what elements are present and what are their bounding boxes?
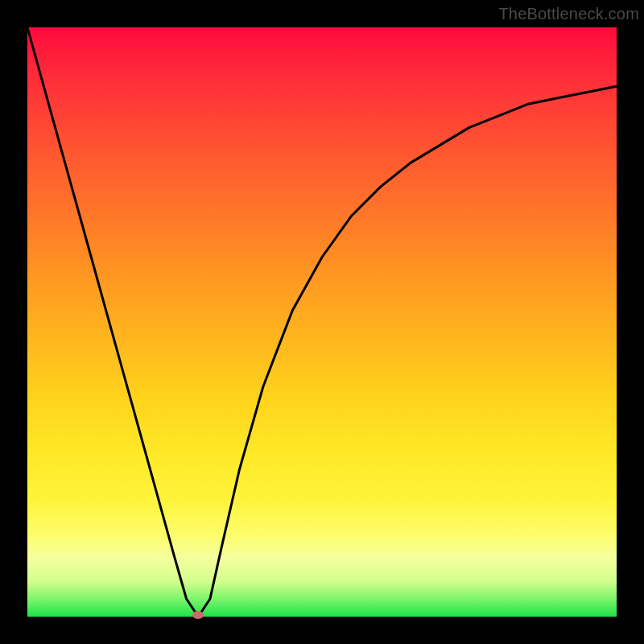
- optimal-point-marker: [192, 611, 204, 619]
- bottleneck-curve: [27, 27, 617, 617]
- plot-area: [27, 27, 617, 617]
- chart-frame: TheBottleneck.com: [0, 0, 644, 644]
- watermark-text: TheBottleneck.com: [498, 5, 639, 23]
